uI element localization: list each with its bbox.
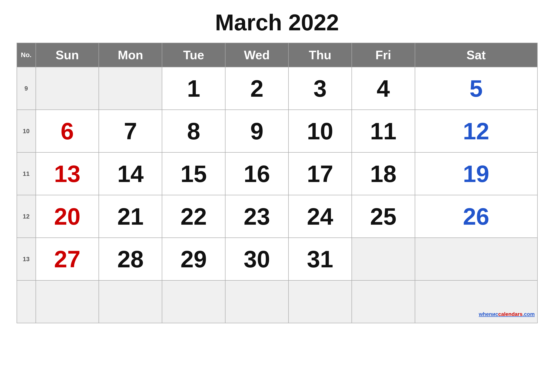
day-cell: 1 [162,67,225,110]
header-sat: Sat [415,43,537,67]
day-cell: 31 [289,238,352,280]
day-cell: whenисcalendars.com [415,280,537,323]
day-cell: 18 [352,152,415,195]
day-cell: 7 [99,110,162,152]
day-cell: 11 [352,110,415,152]
day-cell: 30 [225,238,289,280]
day-cell: 10 [289,110,352,152]
calendar-title: March 2022 [17,9,538,35]
calendar-table: No. Sun Mon Tue Wed Thu Fri Sat 91234510… [17,43,538,323]
day-cell: 16 [225,152,289,195]
day-cell [36,280,99,323]
day-cell: 4 [352,67,415,110]
week-number: 9 [17,67,36,110]
day-cell [415,238,537,280]
header-no: No. [17,43,36,67]
day-cell [289,280,352,323]
week-row: 106789101112 [17,110,537,152]
week-row: 132728293031 [17,238,537,280]
day-cell: 27 [36,238,99,280]
header-wed: Wed [225,43,289,67]
day-cell: 2 [225,67,289,110]
week-row: whenисcalendars.com [17,280,537,323]
day-cell: 15 [162,152,225,195]
header-sun: Sun [36,43,99,67]
week-number [17,280,36,323]
day-cell: 21 [99,195,162,238]
header-tue: Tue [162,43,225,67]
day-cell: 17 [289,152,352,195]
week-number: 11 [17,152,36,195]
week-number: 12 [17,195,36,238]
day-cell: 25 [352,195,415,238]
calendar-container: March 2022 No. Sun Mon Tue Wed Thu Fri S… [17,9,538,323]
day-cell: 28 [99,238,162,280]
day-cell: 8 [162,110,225,152]
header-row: No. Sun Mon Tue Wed Thu Fri Sat [17,43,537,67]
watermark-link[interactable]: whenисcalendars.com [479,311,535,317]
day-cell [99,280,162,323]
header-fri: Fri [352,43,415,67]
header-thu: Thu [289,43,352,67]
week-row: 1220212223242526 [17,195,537,238]
day-cell [99,67,162,110]
day-cell: 29 [162,238,225,280]
week-number: 10 [17,110,36,152]
day-cell: 20 [36,195,99,238]
day-cell: 22 [162,195,225,238]
day-cell: 5 [415,67,537,110]
day-cell: 23 [225,195,289,238]
day-cell [352,238,415,280]
day-cell: 9 [225,110,289,152]
week-row: 912345 [17,67,537,110]
header-mon: Mon [99,43,162,67]
day-cell [352,280,415,323]
day-cell: 14 [99,152,162,195]
day-cell: 6 [36,110,99,152]
week-number: 13 [17,238,36,280]
week-row: 1113141516171819 [17,152,537,195]
day-cell: 24 [289,195,352,238]
day-cell: 26 [415,195,537,238]
day-cell: 3 [289,67,352,110]
day-cell: 12 [415,110,537,152]
day-cell [36,67,99,110]
day-cell [225,280,289,323]
day-cell [162,280,225,323]
day-cell: 13 [36,152,99,195]
day-cell: 19 [415,152,537,195]
